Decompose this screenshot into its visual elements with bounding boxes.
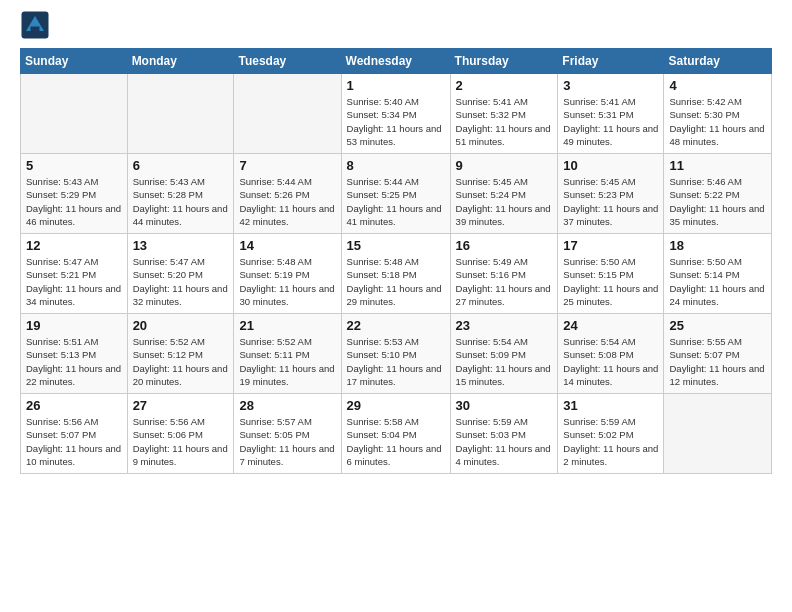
day-cell: 20Sunrise: 5:52 AM Sunset: 5:12 PM Dayli… — [127, 314, 234, 394]
day-cell: 13Sunrise: 5:47 AM Sunset: 5:20 PM Dayli… — [127, 234, 234, 314]
svg-rect-2 — [31, 27, 40, 32]
weekday-header-saturday: Saturday — [664, 49, 772, 74]
day-info: Sunrise: 5:44 AM Sunset: 5:26 PM Dayligh… — [239, 175, 335, 228]
day-info: Sunrise: 5:51 AM Sunset: 5:13 PM Dayligh… — [26, 335, 122, 388]
day-number: 2 — [456, 78, 553, 93]
day-info: Sunrise: 5:46 AM Sunset: 5:22 PM Dayligh… — [669, 175, 766, 228]
day-number: 14 — [239, 238, 335, 253]
day-info: Sunrise: 5:45 AM Sunset: 5:23 PM Dayligh… — [563, 175, 658, 228]
day-info: Sunrise: 5:48 AM Sunset: 5:18 PM Dayligh… — [347, 255, 445, 308]
day-cell: 4Sunrise: 5:42 AM Sunset: 5:30 PM Daylig… — [664, 74, 772, 154]
day-number: 7 — [239, 158, 335, 173]
week-row-4: 19Sunrise: 5:51 AM Sunset: 5:13 PM Dayli… — [21, 314, 772, 394]
day-cell: 1Sunrise: 5:40 AM Sunset: 5:34 PM Daylig… — [341, 74, 450, 154]
day-number: 22 — [347, 318, 445, 333]
day-cell: 29Sunrise: 5:58 AM Sunset: 5:04 PM Dayli… — [341, 394, 450, 474]
day-number: 1 — [347, 78, 445, 93]
day-cell: 14Sunrise: 5:48 AM Sunset: 5:19 PM Dayli… — [234, 234, 341, 314]
day-cell: 18Sunrise: 5:50 AM Sunset: 5:14 PM Dayli… — [664, 234, 772, 314]
day-number: 10 — [563, 158, 658, 173]
calendar-page: SundayMondayTuesdayWednesdayThursdayFrid… — [0, 0, 792, 484]
day-info: Sunrise: 5:48 AM Sunset: 5:19 PM Dayligh… — [239, 255, 335, 308]
day-info: Sunrise: 5:44 AM Sunset: 5:25 PM Dayligh… — [347, 175, 445, 228]
day-cell: 17Sunrise: 5:50 AM Sunset: 5:15 PM Dayli… — [558, 234, 664, 314]
day-cell — [664, 394, 772, 474]
weekday-header-tuesday: Tuesday — [234, 49, 341, 74]
logo — [20, 10, 54, 40]
calendar-table: SundayMondayTuesdayWednesdayThursdayFrid… — [20, 48, 772, 474]
day-cell: 15Sunrise: 5:48 AM Sunset: 5:18 PM Dayli… — [341, 234, 450, 314]
day-cell: 3Sunrise: 5:41 AM Sunset: 5:31 PM Daylig… — [558, 74, 664, 154]
day-number: 3 — [563, 78, 658, 93]
week-row-3: 12Sunrise: 5:47 AM Sunset: 5:21 PM Dayli… — [21, 234, 772, 314]
day-cell — [21, 74, 128, 154]
day-cell: 12Sunrise: 5:47 AM Sunset: 5:21 PM Dayli… — [21, 234, 128, 314]
day-info: Sunrise: 5:54 AM Sunset: 5:08 PM Dayligh… — [563, 335, 658, 388]
header — [20, 10, 772, 40]
weekday-header-row: SundayMondayTuesdayWednesdayThursdayFrid… — [21, 49, 772, 74]
weekday-header-wednesday: Wednesday — [341, 49, 450, 74]
day-number: 15 — [347, 238, 445, 253]
day-cell: 16Sunrise: 5:49 AM Sunset: 5:16 PM Dayli… — [450, 234, 558, 314]
day-info: Sunrise: 5:40 AM Sunset: 5:34 PM Dayligh… — [347, 95, 445, 148]
day-info: Sunrise: 5:56 AM Sunset: 5:06 PM Dayligh… — [133, 415, 229, 468]
day-number: 30 — [456, 398, 553, 413]
day-number: 12 — [26, 238, 122, 253]
day-info: Sunrise: 5:41 AM Sunset: 5:32 PM Dayligh… — [456, 95, 553, 148]
day-number: 20 — [133, 318, 229, 333]
day-number: 5 — [26, 158, 122, 173]
day-info: Sunrise: 5:57 AM Sunset: 5:05 PM Dayligh… — [239, 415, 335, 468]
day-cell: 27Sunrise: 5:56 AM Sunset: 5:06 PM Dayli… — [127, 394, 234, 474]
weekday-header-sunday: Sunday — [21, 49, 128, 74]
day-info: Sunrise: 5:54 AM Sunset: 5:09 PM Dayligh… — [456, 335, 553, 388]
day-number: 23 — [456, 318, 553, 333]
day-info: Sunrise: 5:50 AM Sunset: 5:15 PM Dayligh… — [563, 255, 658, 308]
day-cell: 2Sunrise: 5:41 AM Sunset: 5:32 PM Daylig… — [450, 74, 558, 154]
logo-icon — [20, 10, 50, 40]
weekday-header-monday: Monday — [127, 49, 234, 74]
day-info: Sunrise: 5:50 AM Sunset: 5:14 PM Dayligh… — [669, 255, 766, 308]
day-number: 6 — [133, 158, 229, 173]
day-info: Sunrise: 5:55 AM Sunset: 5:07 PM Dayligh… — [669, 335, 766, 388]
week-row-5: 26Sunrise: 5:56 AM Sunset: 5:07 PM Dayli… — [21, 394, 772, 474]
day-cell: 21Sunrise: 5:52 AM Sunset: 5:11 PM Dayli… — [234, 314, 341, 394]
day-cell: 23Sunrise: 5:54 AM Sunset: 5:09 PM Dayli… — [450, 314, 558, 394]
day-info: Sunrise: 5:52 AM Sunset: 5:12 PM Dayligh… — [133, 335, 229, 388]
weekday-header-thursday: Thursday — [450, 49, 558, 74]
day-info: Sunrise: 5:41 AM Sunset: 5:31 PM Dayligh… — [563, 95, 658, 148]
day-number: 27 — [133, 398, 229, 413]
day-cell: 28Sunrise: 5:57 AM Sunset: 5:05 PM Dayli… — [234, 394, 341, 474]
day-cell: 26Sunrise: 5:56 AM Sunset: 5:07 PM Dayli… — [21, 394, 128, 474]
day-number: 26 — [26, 398, 122, 413]
day-info: Sunrise: 5:45 AM Sunset: 5:24 PM Dayligh… — [456, 175, 553, 228]
day-info: Sunrise: 5:47 AM Sunset: 5:21 PM Dayligh… — [26, 255, 122, 308]
day-number: 16 — [456, 238, 553, 253]
day-cell: 7Sunrise: 5:44 AM Sunset: 5:26 PM Daylig… — [234, 154, 341, 234]
day-cell: 6Sunrise: 5:43 AM Sunset: 5:28 PM Daylig… — [127, 154, 234, 234]
day-number: 28 — [239, 398, 335, 413]
day-cell: 24Sunrise: 5:54 AM Sunset: 5:08 PM Dayli… — [558, 314, 664, 394]
day-number: 9 — [456, 158, 553, 173]
day-number: 29 — [347, 398, 445, 413]
day-cell: 19Sunrise: 5:51 AM Sunset: 5:13 PM Dayli… — [21, 314, 128, 394]
day-number: 31 — [563, 398, 658, 413]
day-info: Sunrise: 5:43 AM Sunset: 5:29 PM Dayligh… — [26, 175, 122, 228]
day-info: Sunrise: 5:43 AM Sunset: 5:28 PM Dayligh… — [133, 175, 229, 228]
day-number: 21 — [239, 318, 335, 333]
day-cell — [127, 74, 234, 154]
day-cell: 30Sunrise: 5:59 AM Sunset: 5:03 PM Dayli… — [450, 394, 558, 474]
day-cell: 25Sunrise: 5:55 AM Sunset: 5:07 PM Dayli… — [664, 314, 772, 394]
day-cell: 11Sunrise: 5:46 AM Sunset: 5:22 PM Dayli… — [664, 154, 772, 234]
day-number: 19 — [26, 318, 122, 333]
day-cell: 9Sunrise: 5:45 AM Sunset: 5:24 PM Daylig… — [450, 154, 558, 234]
day-cell: 31Sunrise: 5:59 AM Sunset: 5:02 PM Dayli… — [558, 394, 664, 474]
day-cell: 10Sunrise: 5:45 AM Sunset: 5:23 PM Dayli… — [558, 154, 664, 234]
day-info: Sunrise: 5:56 AM Sunset: 5:07 PM Dayligh… — [26, 415, 122, 468]
day-number: 13 — [133, 238, 229, 253]
day-info: Sunrise: 5:49 AM Sunset: 5:16 PM Dayligh… — [456, 255, 553, 308]
day-cell: 5Sunrise: 5:43 AM Sunset: 5:29 PM Daylig… — [21, 154, 128, 234]
day-info: Sunrise: 5:58 AM Sunset: 5:04 PM Dayligh… — [347, 415, 445, 468]
day-number: 8 — [347, 158, 445, 173]
day-number: 17 — [563, 238, 658, 253]
day-cell: 22Sunrise: 5:53 AM Sunset: 5:10 PM Dayli… — [341, 314, 450, 394]
